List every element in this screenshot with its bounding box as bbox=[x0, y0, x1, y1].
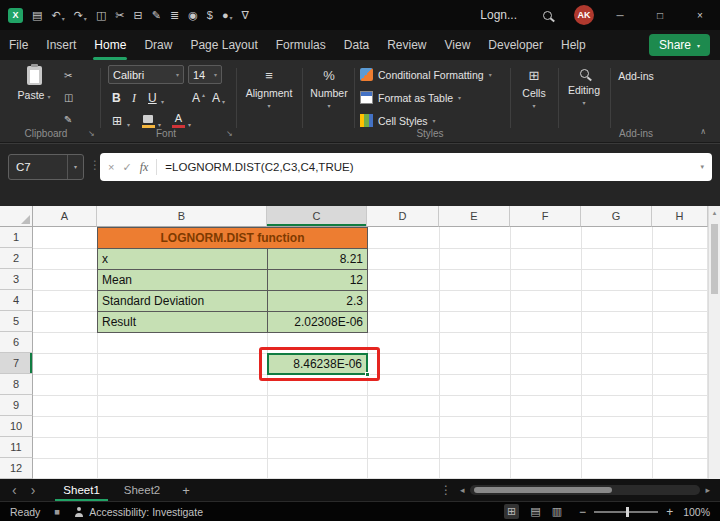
cut-icon[interactable]: ✂ bbox=[64, 70, 72, 81]
select-all-corner[interactable] bbox=[0, 206, 33, 227]
horizontal-scrollbar[interactable]: ◂ ▸ bbox=[460, 485, 710, 495]
cell-c3[interactable]: 12 bbox=[267, 269, 368, 291]
italic-button[interactable]: I bbox=[132, 91, 136, 106]
share-button[interactable]: Share ▾ bbox=[649, 34, 710, 56]
page-layout-view-icon[interactable]: ▤ bbox=[530, 505, 540, 518]
scroll-right-icon[interactable]: ▸ bbox=[705, 485, 710, 495]
underline-caret-icon[interactable]: ▾ bbox=[161, 98, 164, 105]
formula-field[interactable]: × ✓ fx =LOGNORM.DIST(C2,C3,C4,TRUE) ▾ bbox=[100, 153, 712, 181]
tab-developer[interactable]: Developer bbox=[479, 30, 552, 60]
cell-b4[interactable]: Standard Deviation bbox=[97, 290, 268, 312]
cell-b2[interactable]: x bbox=[97, 248, 268, 270]
tab-review[interactable]: Review bbox=[378, 30, 435, 60]
excel-logo-icon[interactable]: X bbox=[8, 8, 23, 23]
row-header-2[interactable]: 2 bbox=[0, 248, 33, 269]
column-header-c[interactable]: C bbox=[267, 206, 367, 227]
tab-data[interactable]: Data bbox=[335, 30, 378, 60]
row-header-4[interactable]: 4 bbox=[0, 290, 33, 311]
number-button[interactable]: % Number ▾ bbox=[306, 68, 352, 109]
font-size-combo[interactable]: 14 ▾ bbox=[188, 65, 222, 84]
zoom-in-button[interactable]: + bbox=[666, 505, 673, 519]
paste-icon[interactable]: ⊟ bbox=[134, 9, 143, 22]
save-icon[interactable]: ▤ bbox=[32, 9, 42, 22]
row-header-6[interactable]: 6 bbox=[0, 332, 33, 353]
column-header-f[interactable]: F bbox=[510, 206, 581, 227]
row-header-12[interactable]: 12 bbox=[0, 458, 33, 479]
row-header-9[interactable]: 9 bbox=[0, 395, 33, 416]
page-break-view-icon[interactable]: ▥ bbox=[552, 505, 562, 518]
alignment-button[interactable]: ≡ Alignment ▾ bbox=[240, 68, 298, 109]
format-as-table-button[interactable]: Format as Table ▾ bbox=[360, 91, 461, 104]
row-header-8[interactable]: 8 bbox=[0, 374, 33, 395]
font-dialog-launcher-icon[interactable]: ↘ bbox=[226, 129, 233, 138]
cell-b5[interactable]: Result bbox=[97, 311, 268, 333]
scroll-left-icon[interactable]: ◂ bbox=[460, 485, 465, 495]
collapse-ribbon-icon[interactable]: ∧ bbox=[700, 127, 706, 136]
row-header-3[interactable]: 3 bbox=[0, 269, 33, 290]
clipboard-dialog-launcher-icon[interactable]: ↘ bbox=[88, 129, 95, 138]
zoom-level[interactable]: 100% bbox=[683, 506, 710, 518]
column-header-g[interactable]: G bbox=[581, 206, 652, 227]
cell-b1-title[interactable]: LOGNORM.DIST function bbox=[97, 227, 368, 249]
bold-button[interactable]: B bbox=[112, 91, 121, 105]
tab-draw[interactable]: Draw bbox=[135, 30, 181, 60]
print-icon[interactable]: ≣ bbox=[170, 9, 179, 22]
underline-button[interactable]: U bbox=[148, 91, 157, 105]
enter-icon[interactable]: ✓ bbox=[122, 161, 131, 174]
maximize-button[interactable]: □ bbox=[640, 0, 680, 30]
fill-color-button[interactable] bbox=[142, 115, 155, 128]
zoom-slider[interactable] bbox=[594, 511, 658, 513]
sheet-tab-sheet2[interactable]: Sheet2 bbox=[112, 479, 172, 501]
column-header-a[interactable]: A bbox=[33, 206, 97, 227]
macro-record-icon[interactable]: ◼ bbox=[54, 508, 60, 516]
fill-handle[interactable] bbox=[365, 372, 370, 377]
close-button[interactable]: × bbox=[680, 0, 720, 30]
vertical-scrollbar[interactable]: ▴ bbox=[708, 206, 720, 479]
row-header-11[interactable]: 11 bbox=[0, 437, 33, 458]
column-header-d[interactable]: D bbox=[367, 206, 439, 227]
name-box[interactable]: C7 ▾ bbox=[8, 154, 84, 180]
decrease-font-size-button[interactable]: A bbox=[212, 91, 220, 105]
copy-icon[interactable]: ◫ bbox=[64, 92, 73, 103]
zoom-out-button[interactable]: − bbox=[579, 505, 586, 519]
horizontal-scrollbar-thumb[interactable] bbox=[474, 487, 613, 493]
expand-formula-bar-icon[interactable]: ▾ bbox=[700, 163, 704, 171]
record-macro-button[interactable]: ●▾ bbox=[222, 9, 233, 21]
column-header-e[interactable]: E bbox=[439, 206, 510, 227]
scroll-up-icon[interactable]: ▴ bbox=[709, 206, 720, 217]
cell-styles-button[interactable]: Cell Styles ▾ bbox=[360, 114, 436, 127]
horizontal-scrollbar-track[interactable] bbox=[470, 485, 701, 495]
tab-insert[interactable]: Insert bbox=[37, 30, 85, 60]
minimize-button[interactable]: ─ bbox=[600, 0, 640, 30]
undo-button[interactable]: ↶▾ bbox=[51, 9, 64, 22]
sheet-tab-sheet1[interactable]: Sheet1 bbox=[51, 479, 111, 501]
currency-icon[interactable]: $ bbox=[207, 9, 213, 21]
avatar[interactable]: AK bbox=[574, 5, 594, 25]
font-name-combo[interactable]: Calibri ▾ bbox=[108, 65, 184, 84]
column-header-b[interactable]: B bbox=[97, 206, 267, 227]
increase-font-size-button[interactable]: A bbox=[192, 91, 200, 105]
tab-page-layout[interactable]: Page Layout bbox=[181, 30, 266, 60]
camera-icon[interactable]: ◉ bbox=[188, 9, 198, 22]
editing-button[interactable]: Editing ▾ bbox=[562, 68, 606, 106]
zoom-slider-thumb[interactable] bbox=[626, 507, 629, 517]
cut-icon[interactable]: ✂ bbox=[115, 9, 124, 22]
column-header-h[interactable]: H bbox=[652, 206, 708, 227]
accessibility-status[interactable]: Accessibility: Investigate bbox=[89, 506, 203, 518]
normal-view-icon[interactable]: ⊞ bbox=[504, 504, 519, 519]
caret-down-icon[interactable]: ▾ bbox=[67, 155, 83, 179]
add-ins-button[interactable]: Add-ins bbox=[614, 66, 658, 82]
tab-home[interactable]: Home bbox=[85, 30, 135, 60]
cells-button[interactable]: ⊞ Cells ▾ bbox=[514, 68, 554, 109]
row-header-1[interactable]: 1 bbox=[0, 227, 33, 248]
formula-text[interactable]: =LOGNORM.DIST(C2,C3,C4,TRUE) bbox=[165, 161, 353, 173]
cancel-icon[interactable]: × bbox=[108, 161, 114, 173]
tab-file[interactable]: File bbox=[0, 30, 37, 60]
tab-view[interactable]: View bbox=[436, 30, 480, 60]
active-cell-c7[interactable]: 8.46238E-06 bbox=[267, 353, 368, 375]
copy-icon[interactable]: ◫ bbox=[96, 9, 106, 22]
format-painter-icon[interactable]: ✎ bbox=[152, 9, 161, 22]
insert-function-icon[interactable]: fx bbox=[140, 160, 149, 175]
search-icon[interactable] bbox=[543, 11, 552, 20]
borders-button[interactable]: ⊞ bbox=[112, 114, 122, 128]
